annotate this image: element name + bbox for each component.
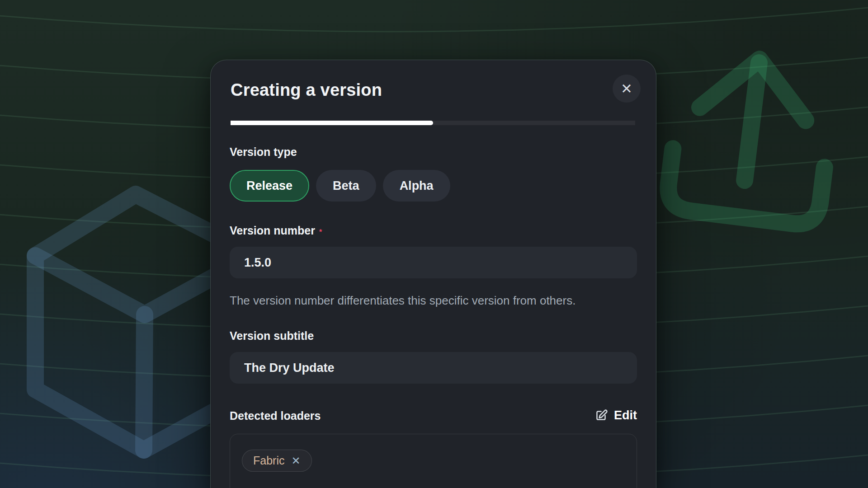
version-number-helper: The version number differentiates this s…: [230, 292, 627, 309]
version-number-input[interactable]: [230, 247, 637, 278]
close-icon: ✕: [621, 82, 632, 96]
version-subtitle-label: Version subtitle: [230, 329, 314, 342]
edit-label: Edit: [614, 408, 637, 422]
version-number-section: Version number* The version number diffe…: [230, 225, 637, 309]
modal-title: Creating a version: [231, 80, 635, 100]
detected-loaders-box: Fabric ✕: [230, 434, 637, 488]
version-subtitle-input[interactable]: [230, 352, 637, 384]
version-type-release-button[interactable]: Release: [230, 170, 309, 202]
upload-arrow-icon: [665, 50, 836, 227]
page-background: { "colors": { "brand_green_border": "#2f…: [0, 0, 868, 488]
create-version-modal: Creating a version ✕ Version type Releas…: [210, 60, 656, 488]
close-button[interactable]: ✕: [613, 75, 641, 103]
remove-loader-icon[interactable]: ✕: [291, 455, 300, 466]
edit-loaders-button[interactable]: Edit: [594, 408, 637, 422]
version-type-beta-button[interactable]: Beta: [316, 170, 376, 202]
progress-track: [231, 121, 635, 125]
loader-chip-fabric: Fabric ✕: [242, 450, 312, 472]
progress-fill: [231, 121, 433, 125]
detected-loaders-label: Detected loaders: [230, 410, 321, 422]
detected-loaders-row: Detected loaders Edit: [230, 408, 637, 422]
edit-pencil-icon: [594, 408, 608, 422]
modal-body: Version type Release Beta Alpha Version …: [211, 125, 656, 488]
required-asterisk: *: [319, 228, 322, 236]
version-subtitle-section: Version subtitle: [230, 330, 637, 384]
version-type-options: Release Beta Alpha: [230, 170, 637, 202]
version-type-alpha-button[interactable]: Alpha: [383, 170, 450, 202]
version-number-label: Version number: [230, 224, 315, 237]
loader-chip-label: Fabric: [253, 454, 284, 467]
version-type-label: Version type: [230, 146, 637, 158]
modal-header: Creating a version ✕: [211, 60, 656, 125]
